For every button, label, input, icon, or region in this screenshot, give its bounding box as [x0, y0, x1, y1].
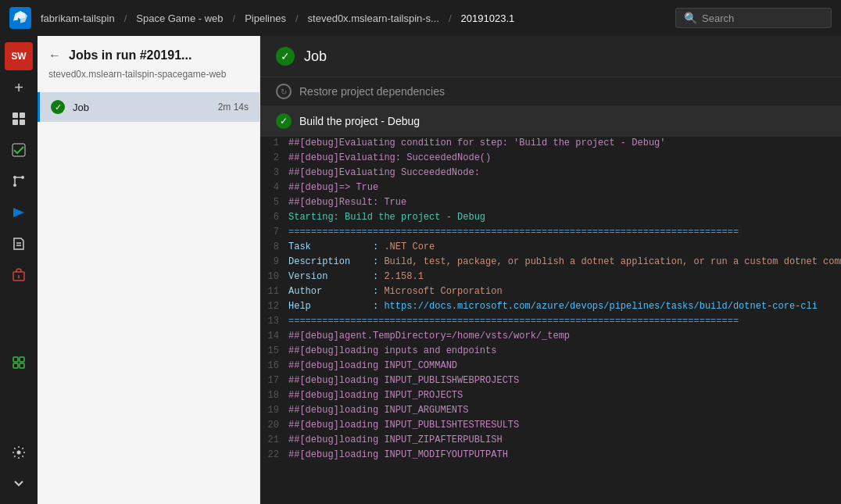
log-text: ##[debug]loading INPUT_COMMAND — [288, 360, 835, 371]
log-line: 20##[debug]loading INPUT_PUBLISHTESTRESU… — [260, 419, 841, 434]
line-number: 10 — [267, 271, 288, 282]
sidebar-bottom — [5, 438, 33, 504]
line-number: 12 — [267, 301, 288, 312]
svg-rect-15 — [13, 357, 18, 362]
log-line: 16##[debug]loading INPUT_COMMAND — [260, 359, 841, 374]
breadcrumb-sep-2: / — [230, 13, 239, 24]
line-number: 15 — [267, 345, 288, 356]
line-number: 18 — [267, 390, 288, 401]
build-step-title: Build the project - Debug — [299, 115, 420, 127]
log-text: ##[debug]loading INPUT_PROJECTS — [288, 390, 835, 401]
log-line: 13======================================… — [260, 315, 841, 330]
log-text: Starting: Build the project - Debug — [288, 212, 835, 223]
breadcrumb-pipeline[interactable]: steved0x.mslearn-tailspin-s... — [308, 13, 439, 24]
line-number: 13 — [267, 316, 288, 327]
log-text: ========================================… — [288, 316, 835, 327]
panel-header: ← Jobs in run #20191... — [38, 36, 259, 69]
svg-marker-10 — [13, 208, 24, 217]
collapse-icon[interactable] — [5, 470, 33, 498]
artifacts-icon[interactable] — [5, 261, 33, 289]
repos-icon[interactable] — [5, 167, 33, 195]
log-text: ##[debug]loading INPUT_ARGUMENTS — [288, 405, 835, 416]
log-text: ##[debug]loading INPUT_PUBLISHWEBPROJECT… — [288, 375, 835, 386]
test-plans-icon[interactable] — [5, 230, 33, 258]
pipelines-icon[interactable] — [5, 198, 33, 227]
log-text: Version : 2.158.1 — [288, 271, 835, 282]
log-area[interactable]: 1##[debug]Evaluating condition for step:… — [260, 137, 841, 504]
job-item[interactable]: ✓ Job 2m 14s — [38, 92, 259, 122]
partial-step-title: Restore project dependencies — [299, 85, 445, 98]
breadcrumb-org[interactable]: fabrikam-tailspin — [41, 13, 115, 24]
log-text: ##[debug]loading INPUT_ZIPAFTERPUBLISH — [288, 434, 835, 445]
top-nav: fabrikam-tailspin / Space Game - web / P… — [0, 0, 841, 36]
log-text: Help : https://docs.microsoft.com/azure/… — [288, 301, 835, 312]
svg-rect-16 — [20, 357, 24, 362]
breadcrumb-project[interactable]: Space Game - web — [136, 13, 223, 24]
log-line: 10Version : 2.158.1 — [260, 270, 841, 285]
search-icon: 🔍 — [684, 12, 697, 24]
svg-rect-1 — [20, 113, 25, 118]
breadcrumb-sep-3: / — [292, 13, 302, 24]
breadcrumb-pipelines[interactable]: Pipelines — [245, 13, 286, 24]
svg-rect-17 — [13, 363, 18, 368]
add-button[interactable]: + — [5, 73, 33, 102]
svg-rect-2 — [13, 120, 18, 125]
log-line: 5##[debug]Result: True — [260, 196, 841, 211]
log-text: ========================================… — [288, 227, 835, 238]
log-line: 1##[debug]Evaluating condition for step:… — [260, 137, 841, 152]
line-number: 14 — [267, 331, 288, 341]
log-line: 21##[debug]loading INPUT_ZIPAFTERPUBLISH — [260, 434, 841, 449]
log-text: ##[debug]Result: True — [288, 197, 835, 208]
breadcrumb-sep-1: / — [121, 13, 131, 24]
log-line: 22##[debug]loading INPUT_MODIFYOUTPUTPAT… — [260, 449, 841, 463]
log-line: 7=======================================… — [260, 226, 841, 241]
log-text: ##[debug]Evaluating SucceededNode: — [288, 167, 835, 178]
boards-icon[interactable] — [5, 105, 33, 133]
line-number: 2 — [267, 152, 288, 163]
settings-icon[interactable] — [5, 438, 33, 466]
svg-point-19 — [17, 451, 21, 455]
job-duration: 2m 14s — [218, 102, 249, 113]
line-number: 1 — [267, 138, 288, 148]
svg-rect-3 — [20, 120, 25, 125]
job-header-status-icon: ✓ — [276, 47, 295, 66]
log-line: 6Starting: Build the project - Debug — [260, 211, 841, 226]
extensions-icon[interactable] — [5, 349, 33, 377]
breadcrumb-sep-4: / — [446, 13, 455, 24]
work-items-icon[interactable] — [5, 136, 33, 164]
log-line: 15##[debug]loading inputs and endpoints — [260, 345, 841, 359]
line-number: 17 — [267, 375, 288, 386]
job-status-success-icon: ✓ — [51, 100, 65, 114]
log-line: 9Description : Build, test, package, or … — [260, 256, 841, 270]
back-button[interactable]: ← — [48, 48, 61, 63]
log-text: Author : Microsoft Corporation — [288, 286, 835, 297]
line-number: 22 — [267, 449, 288, 460]
search-box[interactable]: 🔍 — [675, 8, 832, 28]
log-line: 2##[debug]Evaluating: SucceededNode() — [260, 152, 841, 166]
line-number: 5 — [267, 197, 288, 208]
line-number: 3 — [267, 167, 288, 178]
build-step-header[interactable]: ✓ Build the project - Debug — [260, 105, 841, 137]
log-text: Task : .NET Core — [288, 241, 835, 252]
content-area: ✓ Job ↻ Restore project dependencies ✓ B… — [260, 36, 841, 504]
log-text: ##[debug]loading inputs and endpoints — [288, 345, 835, 356]
log-line: 18##[debug]loading INPUT_PROJECTS — [260, 389, 841, 404]
svg-rect-18 — [20, 363, 24, 368]
line-number: 19 — [267, 405, 288, 416]
search-input[interactable] — [702, 13, 823, 24]
partial-step[interactable]: ↻ Restore project dependencies — [260, 77, 841, 105]
log-text: ##[debug]=> True — [288, 182, 835, 193]
log-text: ##[debug]loading INPUT_MODIFYOUTPUTPATH — [288, 449, 835, 460]
line-number: 20 — [267, 420, 288, 431]
build-step-status-icon: ✓ — [276, 113, 292, 129]
line-number: 7 — [267, 227, 288, 238]
log-text: ##[debug]Evaluating: SucceededNode() — [288, 152, 835, 163]
azure-devops-logo[interactable] — [9, 7, 31, 29]
log-line: 12Help : https://docs.microsoft.com/azur… — [260, 300, 841, 315]
partial-step-icon: ↻ — [276, 84, 292, 99]
line-number: 4 — [267, 182, 288, 193]
line-number: 8 — [267, 241, 288, 252]
svg-point-7 — [21, 176, 24, 179]
breadcrumb-run[interactable]: 20191023.1 — [461, 13, 515, 24]
user-avatar[interactable]: SW — [5, 42, 33, 70]
